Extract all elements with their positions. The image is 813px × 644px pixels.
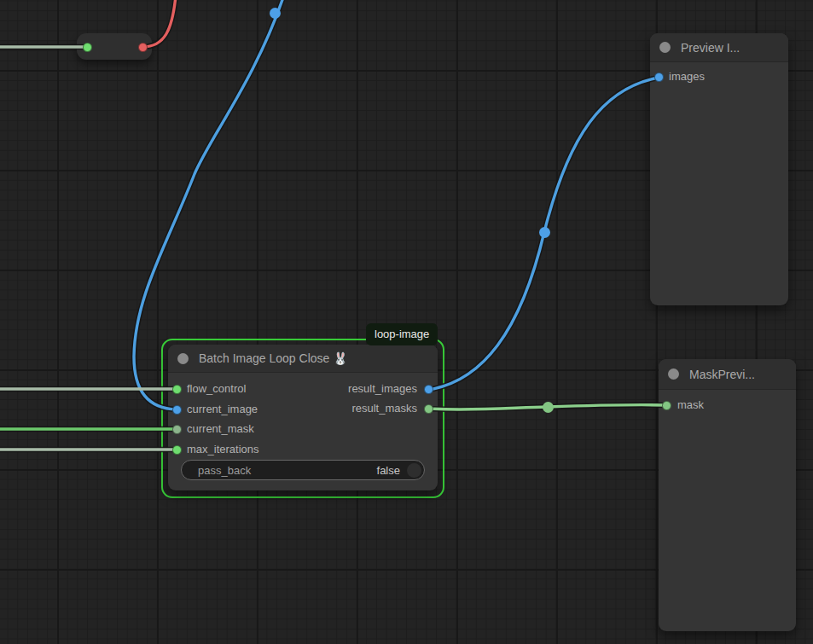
port-collapsed-input[interactable] xyxy=(83,43,92,52)
widget-label: pass_back xyxy=(198,464,377,477)
node-header: MaskPrevi... xyxy=(659,359,796,390)
output-label-result-images: result_images xyxy=(348,381,417,397)
input-label-max-iterations: max_iterations xyxy=(187,442,259,457)
input-label-flow-control: flow_control xyxy=(187,381,246,397)
collapse-dot-icon[interactable] xyxy=(177,353,189,364)
node-graph-canvas[interactable]: loop-image Batch Image Loop Close 🐰 flow… xyxy=(0,0,813,644)
port-output-result-masks[interactable] xyxy=(424,404,433,414)
node-preview-image[interactable]: Preview I... images xyxy=(650,33,788,305)
input-label-current-mask: current_mask xyxy=(187,421,254,437)
port-input-max-iterations[interactable] xyxy=(172,445,182,455)
node-mask-preview[interactable]: MaskPrevi... mask xyxy=(659,359,796,631)
port-input-images[interactable] xyxy=(654,73,664,82)
port-input-current-image[interactable] xyxy=(172,405,182,415)
pass-back-widget[interactable]: pass_back false xyxy=(181,460,425,480)
input-label-images: images xyxy=(669,69,705,84)
widget-value: false xyxy=(377,464,400,477)
port-input-mask[interactable] xyxy=(662,401,671,410)
node-title: Batch Image Loop Close 🐰 xyxy=(199,351,348,365)
output-label-result-masks: result_masks xyxy=(351,401,417,416)
link-dot-result-images[interactable] xyxy=(539,227,550,238)
collapse-dot-icon[interactable] xyxy=(668,368,679,380)
node-title: MaskPrevi... xyxy=(689,368,755,381)
node-header: Batch Image Loop Close 🐰 xyxy=(168,345,438,373)
port-input-flow-control[interactable] xyxy=(172,385,182,394)
collapse-dot-icon[interactable] xyxy=(659,42,671,53)
node-badge: loop-image xyxy=(366,323,438,345)
node-header: Preview I... xyxy=(650,33,788,62)
port-output-result-images[interactable] xyxy=(424,385,433,394)
node-batch-image-loop-close[interactable]: Batch Image Loop Close 🐰 flow_control cu… xyxy=(168,345,438,490)
input-label-current-image: current_image xyxy=(187,402,258,417)
widget-toggle-icon[interactable] xyxy=(407,463,421,478)
link-dot-current-image[interactable] xyxy=(270,8,281,19)
port-input-current-mask[interactable] xyxy=(172,425,182,434)
input-label-mask: mask xyxy=(677,397,704,413)
node-title: Preview I... xyxy=(681,41,740,55)
link-dot-result-masks[interactable] xyxy=(543,402,554,413)
port-collapsed-output[interactable] xyxy=(138,43,148,52)
